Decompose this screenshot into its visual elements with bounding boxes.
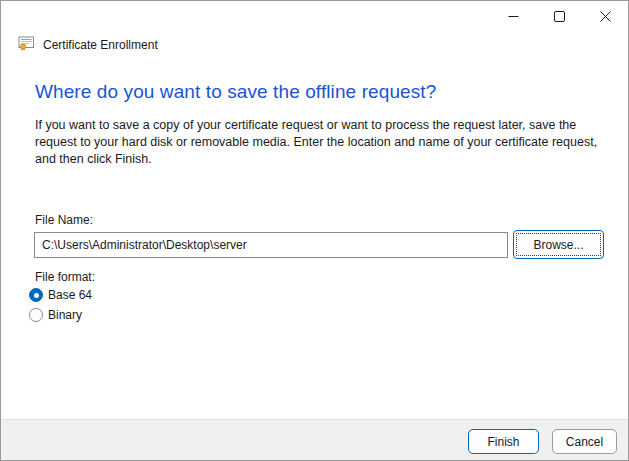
app-title: Certificate Enrollment (43, 38, 158, 52)
certificate-icon (18, 35, 35, 56)
page-title: Where do you want to save the offline re… (35, 81, 436, 103)
maximize-icon (554, 11, 565, 22)
radio-binary-label: Binary (48, 308, 82, 322)
maximize-button[interactable] (536, 1, 582, 31)
description-text: If you want to save a copy of your certi… (35, 117, 601, 168)
app-header: Certificate Enrollment (18, 36, 158, 54)
file-format-label: File format: (35, 270, 95, 284)
radio-base64-label: Base 64 (48, 288, 92, 302)
browse-button[interactable]: Browse... (513, 230, 604, 259)
close-button[interactable] (582, 1, 628, 31)
radio-option-base64[interactable]: Base 64 (29, 286, 92, 304)
finish-button[interactable]: Finish (468, 429, 539, 454)
minimize-icon (508, 11, 519, 22)
cancel-button[interactable]: Cancel (552, 429, 617, 454)
footer-bar: Finish Cancel (1, 419, 628, 460)
radio-unselected-icon[interactable] (29, 308, 43, 322)
file-name-input[interactable] (34, 232, 508, 258)
minimize-button[interactable] (490, 1, 536, 31)
radio-selected-icon[interactable] (29, 288, 43, 302)
close-icon (600, 11, 611, 22)
file-name-label: File Name: (35, 213, 93, 227)
titlebar (1, 1, 628, 31)
radio-option-binary[interactable]: Binary (29, 306, 82, 324)
certificate-enrollment-window: Certificate Enrollment Where do you want… (0, 0, 629, 461)
